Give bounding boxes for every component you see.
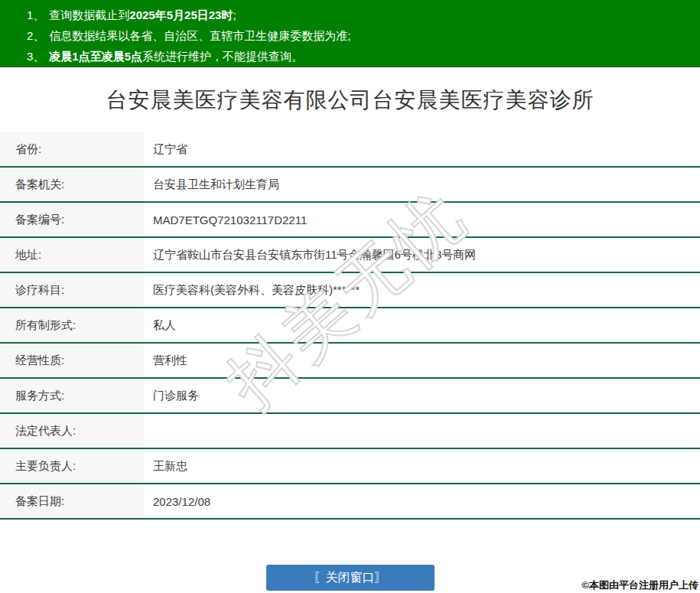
row-label: 地址: xyxy=(0,238,144,272)
notice-line-1: 1、查询数据截止到2025年5月25日23时; xyxy=(27,5,692,25)
table-row-medical-subjects: 诊疗科目: 医疗美容科(美容外科、美容皮肤科)****** xyxy=(0,273,700,308)
record-table: 省份: 辽宁省 备案机关: 台安县卫生和计划生育局 备案编号: MAD7ETGQ… xyxy=(0,132,700,520)
notice-number: 1、 xyxy=(27,8,44,21)
table-row-address: 地址: 辽宁省鞍山市台安县台安镇东市街11号金瀚馨园6号楼北3号商网 xyxy=(0,238,700,273)
row-value xyxy=(144,414,700,448)
table-row-ownership-form: 所有制形式: 私人 xyxy=(0,308,700,344)
row-label: 主要负责人: xyxy=(0,449,144,483)
row-value: 辽宁省 xyxy=(144,132,700,166)
row-value: 营利性 xyxy=(144,344,700,377)
table-row-filing-date: 备案日期: 2023/12/08 xyxy=(0,484,700,520)
table-row-person-in-charge: 主要负责人: 王新忠 xyxy=(0,449,700,484)
notice-text: 系统进行维护，不能提供查询。 xyxy=(142,50,303,63)
close-window-button[interactable]: 〖关闭窗口〗 xyxy=(266,565,435,591)
table-row-service-mode: 服务方式: 门诊服务 xyxy=(0,379,700,414)
row-label: 服务方式: xyxy=(0,379,144,412)
row-value: 门诊服务 xyxy=(144,379,700,412)
table-row-operating-nature: 经营性质: 营利性 xyxy=(0,344,700,379)
table-row-filing-number: 备案编号: MAD7ETGQ721032117D2211 xyxy=(0,203,700,238)
notice-number: 3、 xyxy=(27,50,44,63)
table-row-legal-representative: 法定代表人: xyxy=(0,414,700,449)
row-value: 辽宁省鞍山市台安县台安镇东市街11号金瀚馨园6号楼北3号商网 xyxy=(144,238,700,272)
row-label: 省份: xyxy=(0,132,144,166)
row-label: 诊疗科目: xyxy=(0,273,144,307)
row-value: 医疗美容科(美容外科、美容皮肤科)****** xyxy=(144,273,700,307)
notice-text-bold: 2025年5月25日23时 xyxy=(129,8,233,21)
row-value: 台安县卫生和计划生育局 xyxy=(144,168,700,201)
notice-line-3: 3、凌晨1点至凌晨5点系统进行维护，不能提供查询。 xyxy=(27,46,692,67)
notice-text: 查询数据截止到 xyxy=(49,8,129,21)
notice-text: 信息数据结果以各省、自治区、直辖市卫生健康委数据为准; xyxy=(49,29,350,42)
row-label: 所有制形式: xyxy=(0,308,144,342)
notice-text: ; xyxy=(233,8,236,21)
page-title: 台安晨美医疗美容有限公司台安晨美医疗美容诊所 xyxy=(106,86,594,115)
credit-label: ©本图由平台注册用户上传 xyxy=(581,578,698,592)
table-row-province: 省份: 辽宁省 xyxy=(0,132,700,168)
row-label: 备案日期: xyxy=(0,484,144,518)
row-label: 法定代表人: xyxy=(0,414,144,448)
row-value: 2023/12/08 xyxy=(144,484,700,518)
row-label: 备案机关: xyxy=(0,168,144,201)
notice-line-2: 2、信息数据结果以各省、自治区、直辖市卫生健康委数据为准; xyxy=(27,25,692,46)
row-value: MAD7ETGQ721032117D2211 xyxy=(144,203,700,236)
row-value: 私人 xyxy=(144,308,700,342)
title-bar: 台安晨美医疗美容有限公司台安晨美医疗美容诊所 xyxy=(0,67,700,132)
table-row-filing-authority: 备案机关: 台安县卫生和计划生育局 xyxy=(0,168,700,203)
notice-number: 2、 xyxy=(27,29,44,42)
notice-banner: 1、查询数据截止到2025年5月25日23时; 2、信息数据结果以各省、自治区、… xyxy=(0,0,700,67)
row-label: 经营性质: xyxy=(0,344,144,377)
notice-text-bold: 凌晨1点至凌晨5点 xyxy=(49,50,142,63)
row-value: 王新忠 xyxy=(144,449,700,483)
row-label: 备案编号: xyxy=(0,203,144,236)
